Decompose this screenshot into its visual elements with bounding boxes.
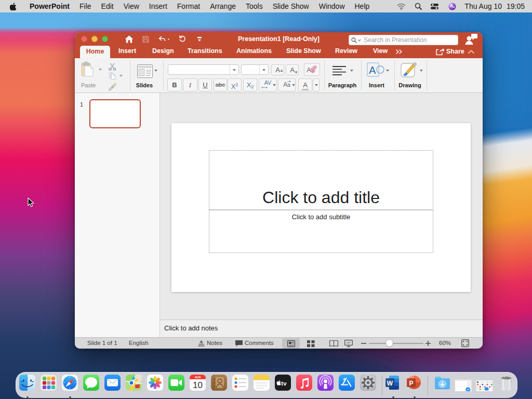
svg-text:10: 10 [193, 380, 203, 390]
svg-text:tv: tv [281, 380, 287, 387]
svg-text:W: W [387, 380, 393, 387]
svg-text:AUG: AUG [194, 376, 201, 379]
svg-text:A: A [369, 64, 376, 76]
svg-text:P: P [409, 380, 413, 387]
